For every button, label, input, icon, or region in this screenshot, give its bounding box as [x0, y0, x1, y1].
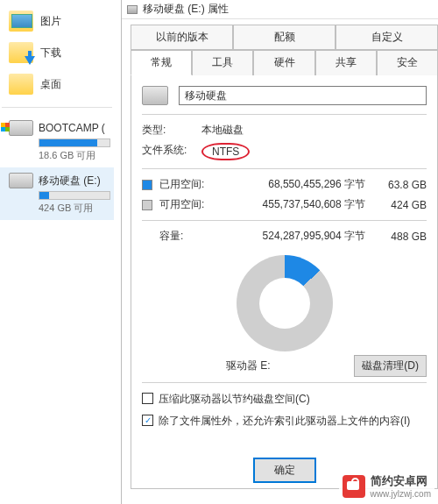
drive-usage-bar — [39, 138, 110, 147]
tab-hardware[interactable]: 硬件 — [253, 50, 314, 75]
used-space-label: 已用空间: — [159, 177, 217, 192]
explorer-nav-pane: 图片 下载 桌面 BOOTCAMP ( 18.6 GB 可用 移动硬盘 (E:)… — [0, 0, 114, 504]
section-divider — [142, 114, 427, 115]
capacity-bytes: 524,287,995,904 字节 — [217, 229, 374, 244]
nav-divider — [2, 107, 112, 108]
drive-usage-bar — [39, 191, 110, 200]
tab-panel-general: 类型: 本地磁盘 文件系统: NTFS 已用空间: 68,550,455,296… — [131, 75, 438, 489]
drive-icon — [9, 120, 33, 136]
nav-label: 下载 — [40, 46, 61, 60]
drive-letter-label: 驱动器 E: — [142, 358, 354, 373]
usage-pie-chart — [142, 255, 427, 351]
checkbox-unchecked-icon — [142, 393, 153, 404]
drive-item-removable[interactable]: 移动硬盘 (E:) 424 GB 可用 — [0, 167, 114, 220]
drive-name: 移动硬盘 (E:) — [39, 174, 101, 188]
drive-name-input[interactable] — [179, 86, 427, 105]
compress-checkbox-row[interactable]: 压缩此驱动器以节约磁盘空间(C) — [142, 388, 427, 410]
used-space-swatch — [142, 180, 152, 190]
used-space-gb: 63.8 GB — [374, 179, 427, 191]
section-divider — [142, 220, 427, 221]
disk-cleanup-button[interactable]: 磁盘清理(D) — [354, 355, 427, 377]
type-value: 本地磁盘 — [201, 123, 244, 138]
checkbox-checked-icon: ✓ — [142, 415, 153, 426]
free-space-label: 可用空间: — [159, 197, 217, 212]
drive-name: BOOTCAMP ( — [39, 122, 105, 134]
free-space-gb: 424 GB — [374, 199, 427, 211]
capacity-gb: 488 GB — [374, 231, 427, 243]
index-checkbox-row[interactable]: ✓ 除了文件属性外，还允许索引此驱动器上文件的内容(I) — [142, 410, 427, 432]
drive-large-icon — [142, 86, 168, 105]
downloads-folder-icon — [9, 42, 33, 63]
nav-item-pictures[interactable]: 图片 — [0, 5, 114, 37]
filesystem-label: 文件系统: — [142, 143, 201, 160]
dialog-titlebar[interactable]: 移动硬盘 (E:) 属性 — [122, 0, 438, 19]
free-space-swatch — [142, 200, 152, 210]
watermark-app-icon — [343, 475, 365, 498]
section-divider — [142, 382, 427, 383]
free-space-bytes: 455,737,540,608 字节 — [217, 197, 374, 212]
filesystem-value-highlighted: NTFS — [201, 143, 250, 160]
index-label: 除了文件属性外，还允许索引此驱动器上文件的内容(I) — [159, 414, 410, 429]
drive-subtext: 424 GB 可用 — [39, 202, 110, 215]
tab-sharing[interactable]: 共享 — [315, 50, 377, 75]
nav-item-downloads[interactable]: 下载 — [0, 37, 114, 68]
type-label: 类型: — [142, 123, 201, 138]
dialog-title: 移动硬盘 (E:) 属性 — [143, 2, 229, 17]
section-divider — [142, 168, 427, 169]
desktop-folder-icon — [9, 74, 33, 95]
used-space-bytes: 68,550,455,296 字节 — [217, 177, 374, 192]
tab-quota[interactable]: 配额 — [233, 25, 336, 50]
pictures-folder-icon — [9, 11, 33, 32]
tab-general[interactable]: 常规 — [131, 50, 192, 75]
tab-tools[interactable]: 工具 — [192, 50, 253, 75]
drive-item-bootcamp[interactable]: BOOTCAMP ( 18.6 GB 可用 — [0, 115, 114, 167]
properties-dialog: 移动硬盘 (E:) 属性 以前的版本 配额 自定义 常规 工具 硬件 共享 安全… — [121, 0, 438, 504]
capacity-label: 容量: — [159, 229, 217, 244]
nav-label: 桌面 — [40, 77, 61, 92]
compress-label: 压缩此驱动器以节约磁盘空间(C) — [159, 392, 310, 407]
drive-system-icon — [127, 5, 138, 14]
tab-previous-versions[interactable]: 以前的版本 — [131, 25, 233, 50]
watermark-url: www.jylzwj.com — [371, 489, 431, 499]
nav-item-desktop[interactable]: 桌面 — [0, 68, 114, 100]
watermark: 简约安卓网 www.jylzwj.com — [339, 472, 434, 500]
tab-customize[interactable]: 自定义 — [336, 25, 438, 50]
ok-button[interactable]: 确定 — [253, 458, 316, 483]
drive-subtext: 18.6 GB 可用 — [39, 149, 110, 162]
watermark-title: 简约安卓网 — [371, 473, 431, 489]
drive-icon — [9, 173, 33, 188]
nav-label: 图片 — [40, 14, 61, 29]
tab-security[interactable]: 安全 — [377, 50, 438, 75]
tabs-container: 以前的版本 配额 自定义 常规 工具 硬件 共享 安全 类型: 本地磁盘 文件系… — [122, 19, 438, 489]
